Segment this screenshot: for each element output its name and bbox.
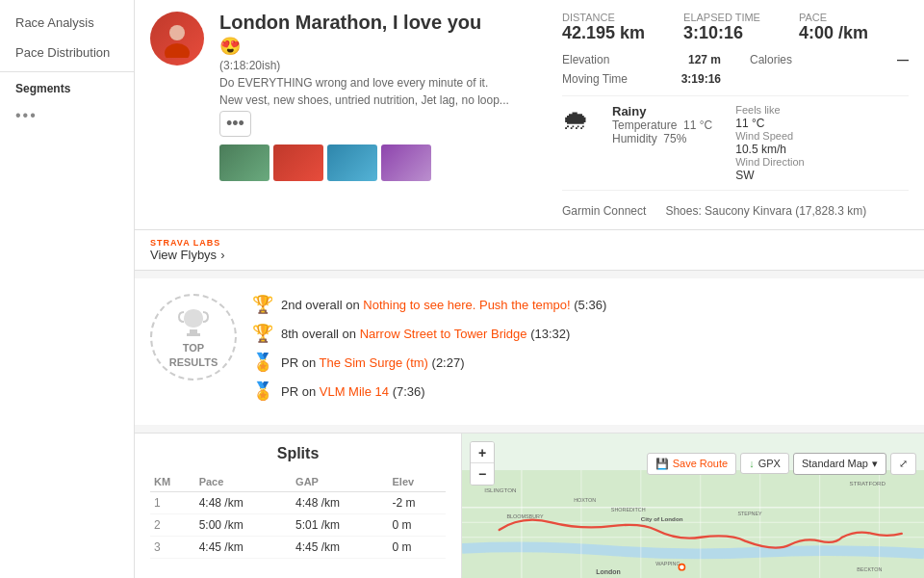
result-prefix-3: PR on [281, 355, 320, 370]
pace-value: 4:00 /km [799, 23, 868, 43]
sidebar-more-dots[interactable]: ••• [0, 99, 134, 132]
activity-more-button[interactable]: ••• [219, 111, 251, 137]
expand-map-button[interactable]: ⤢ [890, 453, 916, 475]
result-link-3[interactable]: The Sim Surge (tm) [320, 355, 428, 370]
split-elev-1: -2 m [389, 492, 447, 514]
medal-icon-4: 🏅 [252, 381, 273, 402]
col-km: KM [150, 472, 195, 492]
medal-icon-1: 🏆 [252, 294, 273, 315]
temp-label: Temperature [612, 118, 677, 132]
sidebar: Race Analysis Pace Distribution Segments… [0, 0, 135, 578]
sidebar-item-pace-distribution[interactable]: Pace Distribution [0, 38, 134, 67]
medal-icon-2: 🏆 [252, 323, 273, 344]
elapsed-time-value: 3:10:16 [683, 23, 760, 43]
zoom-out-button[interactable]: − [471, 463, 494, 485]
gpx-label: GPX [758, 458, 781, 469]
wind-direction-value: SW [735, 169, 754, 182]
result-link-4[interactable]: VLM Mile 14 [320, 384, 389, 399]
stat-distance: Distance 42.195 km [562, 12, 645, 43]
flyby-chevron-icon: › [220, 248, 224, 262]
split-gap-1: 4:48 /km [292, 492, 388, 514]
weather-block: 🌧 Rainy Temperature 11 °C Humidity 75% [562, 95, 909, 191]
result-item-4: 🏅 PR on VLM Mile 14 (7:36) [252, 381, 909, 402]
split-km-1: 1 [150, 492, 195, 514]
splits-title: Splits [150, 445, 446, 462]
activity-info: London Marathon, I love you 😍 (3:18:20is… [219, 12, 547, 181]
weather-details: Rainy Temperature 11 °C Humidity 75% [612, 104, 712, 182]
photo-3[interactable] [327, 144, 377, 181]
result-item-1: 🏆 2nd overall on Nothing to see here. Pu… [252, 294, 909, 315]
flyby-link-text: View Flybys [150, 248, 217, 262]
svg-text:London: London [596, 568, 620, 575]
activity-description2: New vest, new shoes, untried nutrition, … [219, 93, 547, 107]
svg-text:SHOREDITCH: SHOREDITCH [611, 507, 646, 512]
weather-humidity: Humidity 75% [612, 132, 712, 145]
results-list: 🏆 2nd overall on Nothing to see here. Pu… [252, 294, 909, 409]
shoes-label: Shoes: [665, 204, 701, 218]
map-zoom-controls: + − [470, 441, 495, 486]
weather-condition: Rainy [612, 104, 712, 118]
photo-1[interactable] [219, 144, 270, 181]
activity-header: London Marathon, I love you 😍 (3:18:20is… [135, 0, 924, 230]
photo-2[interactable] [273, 144, 323, 181]
result-suffix-1: (5:36) [574, 298, 606, 312]
map-controls-right: 💾 Save Route ↓ GPX Standard Map ▾ ⤢ [647, 453, 916, 475]
distance-value: 42.195 km [562, 23, 645, 43]
result-suffix-4: (7:36) [393, 384, 425, 399]
flyby-link[interactable]: View Flybys › [150, 248, 909, 262]
elapsed-time-label: Elapsed Time [683, 12, 760, 23]
feels-like-col: Feels like 11 °C Wind Speed 10.5 km/h Wi… [735, 104, 805, 182]
svg-point-1 [165, 43, 190, 58]
result-prefix-1: 2nd overall on [281, 298, 363, 312]
activity-photos [219, 144, 547, 181]
save-route-button[interactable]: 💾 Save Route [647, 453, 736, 475]
svg-text:ISLINGTON: ISLINGTON [484, 486, 516, 493]
humidity-value: 75% [663, 132, 686, 145]
feels-like-value: 11 °C [735, 117, 764, 130]
gpx-icon: ↓ [749, 458, 755, 469]
splits-table: KM Pace GAP Elev 1 4:48 /km 4:48 /km -2 … [150, 472, 446, 559]
result-text-1: 2nd overall on Nothing to see here. Push… [281, 298, 606, 312]
standard-map-button[interactable]: Standard Map ▾ [793, 453, 886, 475]
stat-pace: Pace 4:00 /km [799, 12, 868, 43]
svg-rect-2 [190, 329, 197, 333]
weather-icon: 🌧 [562, 104, 589, 182]
moving-time-label: Moving Time [562, 72, 628, 86]
footer-stats: Garmin Connect Shoes: Saucony Kinvara (1… [562, 198, 909, 218]
svg-point-0 [169, 25, 185, 40]
split-elev-2: 0 m [389, 514, 447, 537]
gpx-button[interactable]: ↓ GPX [740, 453, 789, 474]
flyby-label: STRAVA LABS [150, 238, 909, 248]
stat-moving-time-row: Moving Time 3:19:16 [562, 72, 721, 86]
humidity-label: Humidity [612, 132, 657, 145]
trophy-circle: TOP RESULTS [150, 294, 237, 381]
stat-elevation-row: Elevation 127 m [562, 53, 721, 66]
activity-title: London Marathon, I love you [219, 12, 547, 34]
shoes-value: Saucony Kinvara (17,828.3 km) [705, 204, 866, 218]
result-item-2: 🏆 8th overall on Narrow Street to Tower … [252, 323, 909, 344]
save-route-label: Save Route [673, 458, 728, 469]
photo-4[interactable] [381, 144, 431, 181]
split-km-3: 3 [150, 537, 195, 559]
top-results-label: TOP RESULTS [169, 341, 218, 371]
splits-panel: Splits KM Pace GAP Elev 1 4:48 /km [135, 434, 462, 578]
zoom-in-button[interactable]: + [471, 442, 494, 463]
col-pace: Pace [195, 472, 292, 492]
result-prefix-2: 8th overall on [281, 327, 360, 341]
stat-elapsed-time: Elapsed Time 3:10:16 [683, 12, 760, 43]
avatar [150, 12, 204, 66]
result-link-1[interactable]: Nothing to see here. Push the tempo! [363, 298, 570, 312]
svg-point-26 [680, 565, 684, 569]
pace-label: Pace [799, 12, 868, 23]
svg-rect-3 [187, 333, 200, 336]
split-gap-2: 5:01 /km [292, 514, 388, 537]
svg-text:BLOOMSBURY: BLOOMSBURY [506, 513, 543, 519]
result-link-2[interactable]: Narrow Street to Tower Bridge [360, 327, 527, 341]
map-panel[interactable]: ISLINGTON STRATFORD HOXTON SHOREDITCH BL… [462, 434, 924, 578]
svg-text:STEPNEY: STEPNEY [737, 511, 762, 516]
wind-speed-label: Wind Speed [735, 130, 805, 142]
sidebar-item-race-analysis[interactable]: Race Analysis [0, 8, 134, 38]
wind-direction-label: Wind Direction [735, 156, 805, 168]
chevron-down-icon: ▾ [872, 458, 878, 470]
result-text-2: 8th overall on Narrow Street to Tower Br… [281, 327, 570, 341]
